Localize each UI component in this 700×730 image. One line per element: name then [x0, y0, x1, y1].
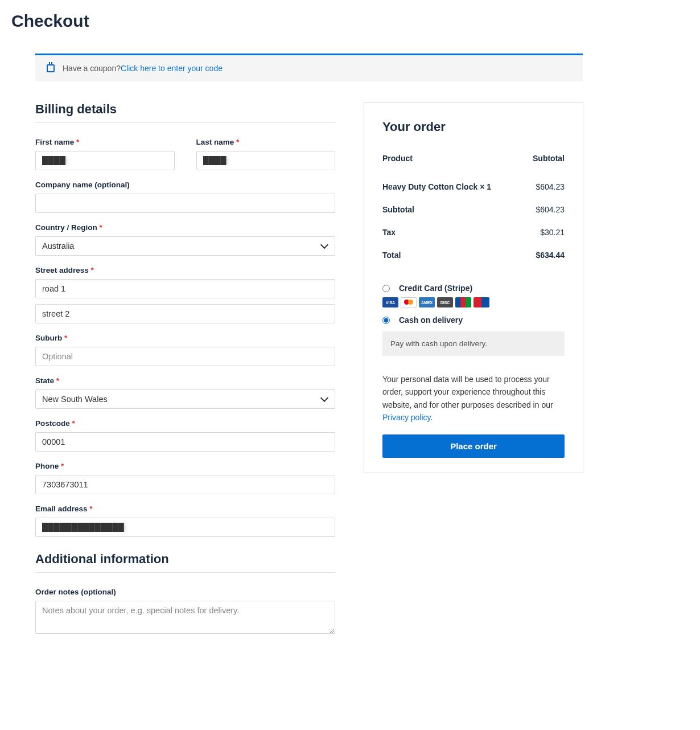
mastercard-icon — [401, 297, 417, 307]
payment-cod-radio[interactable] — [382, 317, 390, 324]
company-label: Company name (optional) — [35, 181, 335, 189]
unionpay-icon — [473, 297, 489, 307]
coupon-prompt: Have a coupon? — [63, 64, 121, 73]
company-input[interactable] — [35, 194, 335, 213]
visa-icon: VISA — [382, 297, 398, 307]
card-icons: VISA AMEX DISC — [382, 297, 565, 307]
amex-icon: AMEX — [419, 297, 435, 307]
subtotal-value: $604.23 — [523, 198, 565, 221]
subtotal-label: Subtotal — [382, 198, 523, 221]
order-heading: Your order — [382, 120, 565, 134]
phone-input[interactable] — [35, 475, 335, 494]
page-title: Checkout — [11, 11, 700, 31]
payment-stripe-radio[interactable] — [382, 285, 390, 292]
payment-cod-label: Cash on delivery — [399, 315, 463, 325]
suburb-label: Suburb * — [35, 334, 335, 342]
street2-input[interactable] — [35, 304, 335, 323]
total-label: Total — [382, 244, 523, 266]
first-name-input[interactable] — [35, 151, 175, 170]
place-order-button[interactable]: Place order — [382, 434, 565, 458]
billing-heading: Billing details — [35, 102, 335, 123]
additional-heading: Additional information — [35, 552, 335, 573]
country-label: Country / Region * — [35, 223, 335, 232]
col-product: Product — [382, 154, 523, 175]
last-name-label: Last name * — [196, 138, 336, 146]
order-notes-input[interactable] — [35, 601, 335, 634]
discover-icon: DISC — [437, 297, 453, 307]
order-item-name: Heavy Duty Cotton Clock × 1 — [382, 175, 523, 198]
tax-value: $30.21 — [523, 221, 565, 244]
coupon-notice: Have a coupon? Click here to enter your … — [35, 54, 583, 81]
tax-label: Tax — [382, 221, 523, 244]
street-label: Street address * — [35, 266, 335, 274]
first-name-label: First name * — [35, 138, 175, 146]
total-value: $634.44 — [523, 244, 565, 266]
payment-cod-desc: Pay with cash upon delivery. — [382, 331, 565, 356]
last-name-input[interactable] — [196, 151, 336, 170]
postcode-label: Postcode * — [35, 419, 335, 428]
payment-stripe-label: Credit Card (Stripe) — [399, 284, 472, 293]
phone-label: Phone * — [35, 462, 335, 470]
col-subtotal: Subtotal — [523, 154, 565, 175]
country-select[interactable]: Australia — [35, 236, 335, 256]
suburb-input[interactable] — [35, 347, 335, 366]
payment-stripe-option[interactable]: Credit Card (Stripe) — [382, 284, 565, 293]
payment-cod-option[interactable]: Cash on delivery — [382, 315, 565, 325]
email-input[interactable] — [35, 518, 335, 537]
coupon-icon — [47, 64, 55, 72]
order-notes-label: Order notes (optional) — [35, 588, 335, 596]
state-select[interactable]: New South Wales — [35, 389, 335, 409]
order-summary: Your order Product Subtotal Heavy Duty C… — [364, 102, 583, 473]
street1-input[interactable] — [35, 279, 335, 298]
email-label: Email address * — [35, 505, 335, 513]
privacy-policy-link[interactable]: Privacy policy — [382, 413, 431, 422]
order-item-price: $604.23 — [523, 175, 565, 198]
privacy-text: Your personal data will be used to proce… — [382, 373, 565, 424]
postcode-input[interactable] — [35, 432, 335, 452]
state-label: State * — [35, 376, 335, 385]
jcb-icon — [455, 297, 471, 307]
coupon-link[interactable]: Click here to enter your code — [121, 64, 223, 73]
